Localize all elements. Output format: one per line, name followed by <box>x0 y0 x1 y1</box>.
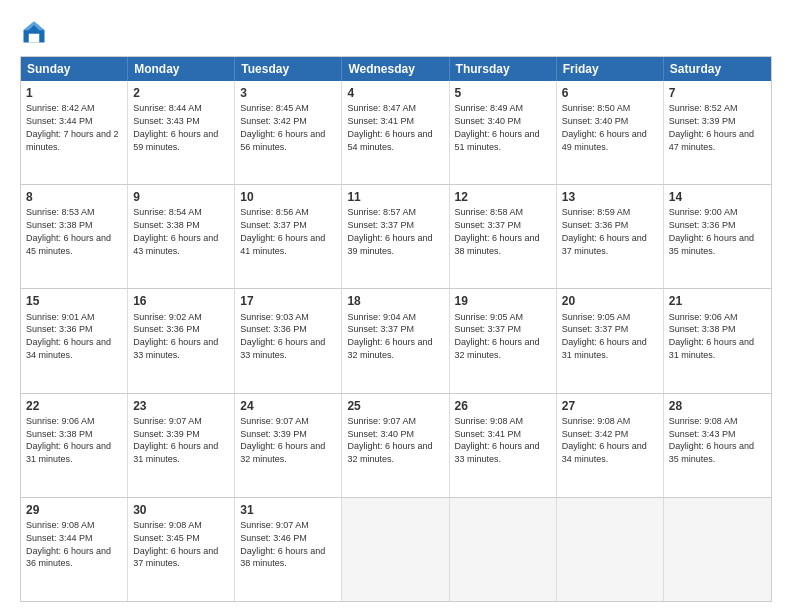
weekday-header-friday: Friday <box>557 57 664 81</box>
day-number: 2 <box>133 85 229 101</box>
calendar-cell-22: 22Sunrise: 9:06 AM Sunset: 3:38 PM Dayli… <box>21 394 128 497</box>
day-number: 29 <box>26 502 122 518</box>
day-number: 19 <box>455 293 551 309</box>
day-info: Sunrise: 9:01 AM Sunset: 3:36 PM Dayligh… <box>26 312 111 360</box>
day-info: Sunrise: 8:50 AM Sunset: 3:40 PM Dayligh… <box>562 103 647 151</box>
calendar-body: 1Sunrise: 8:42 AM Sunset: 3:44 PM Daylig… <box>21 81 771 601</box>
day-number: 20 <box>562 293 658 309</box>
day-info: Sunrise: 9:07 AM Sunset: 3:39 PM Dayligh… <box>133 416 218 464</box>
day-info: Sunrise: 8:42 AM Sunset: 3:44 PM Dayligh… <box>26 103 119 151</box>
day-number: 30 <box>133 502 229 518</box>
day-number: 13 <box>562 189 658 205</box>
day-number: 21 <box>669 293 766 309</box>
day-number: 4 <box>347 85 443 101</box>
calendar-cell-10: 10Sunrise: 8:56 AM Sunset: 3:37 PM Dayli… <box>235 185 342 288</box>
weekday-header-thursday: Thursday <box>450 57 557 81</box>
day-number: 14 <box>669 189 766 205</box>
calendar-cell-18: 18Sunrise: 9:04 AM Sunset: 3:37 PM Dayli… <box>342 289 449 392</box>
calendar-cell-empty-4-5 <box>557 498 664 601</box>
calendar-cell-2: 2Sunrise: 8:44 AM Sunset: 3:43 PM Daylig… <box>128 81 235 184</box>
day-info: Sunrise: 9:05 AM Sunset: 3:37 PM Dayligh… <box>455 312 540 360</box>
day-info: Sunrise: 9:04 AM Sunset: 3:37 PM Dayligh… <box>347 312 432 360</box>
calendar-cell-25: 25Sunrise: 9:07 AM Sunset: 3:40 PM Dayli… <box>342 394 449 497</box>
day-number: 11 <box>347 189 443 205</box>
calendar-cell-16: 16Sunrise: 9:02 AM Sunset: 3:36 PM Dayli… <box>128 289 235 392</box>
page: SundayMondayTuesdayWednesdayThursdayFrid… <box>0 0 792 612</box>
calendar-cell-4: 4Sunrise: 8:47 AM Sunset: 3:41 PM Daylig… <box>342 81 449 184</box>
day-number: 31 <box>240 502 336 518</box>
calendar-cell-26: 26Sunrise: 9:08 AM Sunset: 3:41 PM Dayli… <box>450 394 557 497</box>
day-info: Sunrise: 9:00 AM Sunset: 3:36 PM Dayligh… <box>669 207 754 255</box>
calendar-cell-17: 17Sunrise: 9:03 AM Sunset: 3:36 PM Dayli… <box>235 289 342 392</box>
day-number: 26 <box>455 398 551 414</box>
day-info: Sunrise: 9:06 AM Sunset: 3:38 PM Dayligh… <box>669 312 754 360</box>
day-info: Sunrise: 9:08 AM Sunset: 3:44 PM Dayligh… <box>26 520 111 568</box>
day-number: 28 <box>669 398 766 414</box>
day-info: Sunrise: 8:52 AM Sunset: 3:39 PM Dayligh… <box>669 103 754 151</box>
weekday-header-tuesday: Tuesday <box>235 57 342 81</box>
calendar-row-2: 8Sunrise: 8:53 AM Sunset: 3:38 PM Daylig… <box>21 184 771 288</box>
logo <box>20 18 52 46</box>
header <box>20 18 772 46</box>
day-info: Sunrise: 9:07 AM Sunset: 3:39 PM Dayligh… <box>240 416 325 464</box>
calendar-header: SundayMondayTuesdayWednesdayThursdayFrid… <box>21 57 771 81</box>
calendar-cell-24: 24Sunrise: 9:07 AM Sunset: 3:39 PM Dayli… <box>235 394 342 497</box>
day-info: Sunrise: 8:58 AM Sunset: 3:37 PM Dayligh… <box>455 207 540 255</box>
day-number: 15 <box>26 293 122 309</box>
day-number: 5 <box>455 85 551 101</box>
day-number: 9 <box>133 189 229 205</box>
day-info: Sunrise: 9:08 AM Sunset: 3:42 PM Dayligh… <box>562 416 647 464</box>
calendar-cell-21: 21Sunrise: 9:06 AM Sunset: 3:38 PM Dayli… <box>664 289 771 392</box>
calendar-cell-9: 9Sunrise: 8:54 AM Sunset: 3:38 PM Daylig… <box>128 185 235 288</box>
calendar-row-1: 1Sunrise: 8:42 AM Sunset: 3:44 PM Daylig… <box>21 81 771 184</box>
day-number: 18 <box>347 293 443 309</box>
day-info: Sunrise: 8:53 AM Sunset: 3:38 PM Dayligh… <box>26 207 111 255</box>
day-info: Sunrise: 9:05 AM Sunset: 3:37 PM Dayligh… <box>562 312 647 360</box>
calendar-cell-12: 12Sunrise: 8:58 AM Sunset: 3:37 PM Dayli… <box>450 185 557 288</box>
day-info: Sunrise: 8:49 AM Sunset: 3:40 PM Dayligh… <box>455 103 540 151</box>
calendar-cell-empty-4-3 <box>342 498 449 601</box>
calendar-cell-19: 19Sunrise: 9:05 AM Sunset: 3:37 PM Dayli… <box>450 289 557 392</box>
calendar-cell-empty-4-6 <box>664 498 771 601</box>
day-number: 6 <box>562 85 658 101</box>
day-info: Sunrise: 9:08 AM Sunset: 3:41 PM Dayligh… <box>455 416 540 464</box>
day-info: Sunrise: 8:47 AM Sunset: 3:41 PM Dayligh… <box>347 103 432 151</box>
calendar-row-5: 29Sunrise: 9:08 AM Sunset: 3:44 PM Dayli… <box>21 497 771 601</box>
day-number: 23 <box>133 398 229 414</box>
day-number: 12 <box>455 189 551 205</box>
calendar-cell-empty-4-4 <box>450 498 557 601</box>
day-info: Sunrise: 9:08 AM Sunset: 3:43 PM Dayligh… <box>669 416 754 464</box>
day-number: 22 <box>26 398 122 414</box>
calendar-cell-15: 15Sunrise: 9:01 AM Sunset: 3:36 PM Dayli… <box>21 289 128 392</box>
calendar-cell-7: 7Sunrise: 8:52 AM Sunset: 3:39 PM Daylig… <box>664 81 771 184</box>
weekday-header-wednesday: Wednesday <box>342 57 449 81</box>
calendar-cell-1: 1Sunrise: 8:42 AM Sunset: 3:44 PM Daylig… <box>21 81 128 184</box>
logo-icon <box>20 18 48 46</box>
calendar-cell-28: 28Sunrise: 9:08 AM Sunset: 3:43 PM Dayli… <box>664 394 771 497</box>
day-number: 1 <box>26 85 122 101</box>
day-info: Sunrise: 8:44 AM Sunset: 3:43 PM Dayligh… <box>133 103 218 151</box>
day-info: Sunrise: 8:57 AM Sunset: 3:37 PM Dayligh… <box>347 207 432 255</box>
day-info: Sunrise: 8:54 AM Sunset: 3:38 PM Dayligh… <box>133 207 218 255</box>
calendar: SundayMondayTuesdayWednesdayThursdayFrid… <box>20 56 772 602</box>
weekday-header-sunday: Sunday <box>21 57 128 81</box>
calendar-cell-6: 6Sunrise: 8:50 AM Sunset: 3:40 PM Daylig… <box>557 81 664 184</box>
day-number: 3 <box>240 85 336 101</box>
day-number: 27 <box>562 398 658 414</box>
day-info: Sunrise: 9:02 AM Sunset: 3:36 PM Dayligh… <box>133 312 218 360</box>
day-info: Sunrise: 9:08 AM Sunset: 3:45 PM Dayligh… <box>133 520 218 568</box>
calendar-row-4: 22Sunrise: 9:06 AM Sunset: 3:38 PM Dayli… <box>21 393 771 497</box>
day-number: 7 <box>669 85 766 101</box>
day-number: 8 <box>26 189 122 205</box>
calendar-row-3: 15Sunrise: 9:01 AM Sunset: 3:36 PM Dayli… <box>21 288 771 392</box>
calendar-cell-27: 27Sunrise: 9:08 AM Sunset: 3:42 PM Dayli… <box>557 394 664 497</box>
day-number: 24 <box>240 398 336 414</box>
calendar-cell-30: 30Sunrise: 9:08 AM Sunset: 3:45 PM Dayli… <box>128 498 235 601</box>
day-info: Sunrise: 9:06 AM Sunset: 3:38 PM Dayligh… <box>26 416 111 464</box>
calendar-cell-11: 11Sunrise: 8:57 AM Sunset: 3:37 PM Dayli… <box>342 185 449 288</box>
day-info: Sunrise: 8:45 AM Sunset: 3:42 PM Dayligh… <box>240 103 325 151</box>
day-number: 25 <box>347 398 443 414</box>
calendar-cell-13: 13Sunrise: 8:59 AM Sunset: 3:36 PM Dayli… <box>557 185 664 288</box>
weekday-header-monday: Monday <box>128 57 235 81</box>
day-info: Sunrise: 8:56 AM Sunset: 3:37 PM Dayligh… <box>240 207 325 255</box>
